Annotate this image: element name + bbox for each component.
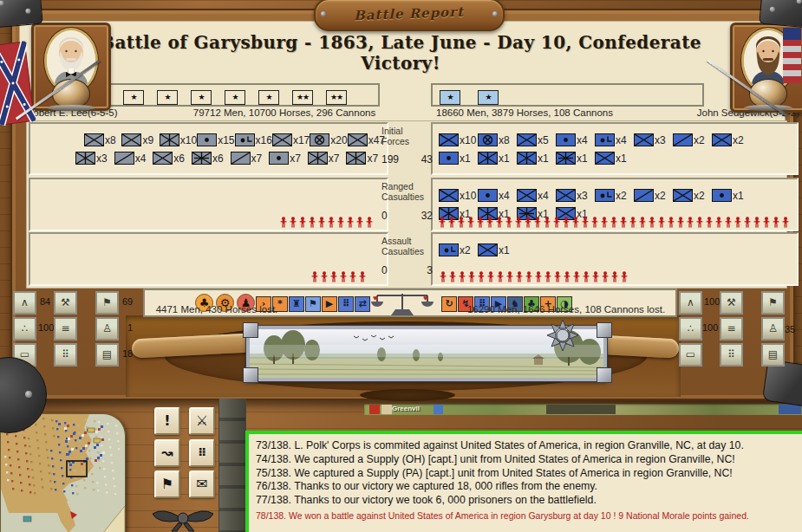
button-battle[interactable]: ⚔ (189, 407, 215, 435)
unit-icon-art: x1 (712, 189, 751, 202)
stat-tile-marching-usa: ⠿ (720, 343, 743, 367)
battle-title: Battle of Garysburg - 1863, Late June - … (61, 32, 740, 74)
csa-initial-count: 199 (381, 153, 399, 165)
unit-icon-art: x1 (439, 152, 478, 165)
unit-icon-led: x2 (595, 189, 634, 202)
casualty-figure (715, 217, 722, 228)
casualty-figure (337, 217, 344, 228)
casualty-figure (497, 271, 504, 282)
casualty-figure (478, 271, 485, 282)
log-line: 73/138. L. Polk' Corps is commited again… (256, 439, 802, 453)
casualty-figures-row (311, 271, 366, 282)
stat-tile-digger-csa: ⚒ (54, 291, 77, 315)
casualty-figure (440, 271, 447, 282)
status-icon: ♜ (289, 296, 304, 312)
casualty-figure (330, 271, 337, 282)
status-icon: ↻ (441, 296, 457, 312)
unit-icon-cav: x2 (634, 189, 673, 202)
battle-log[interactable]: 73/138. L. Polk' Corps is commited again… (245, 431, 802, 532)
assault-casualties-label-column: Assault Casualties 0 3 (380, 234, 434, 284)
stat-tile-runner-usa: ♙ (761, 317, 785, 341)
casualty-figure (620, 217, 627, 228)
casualty-figure (467, 217, 474, 228)
casualty-figure (763, 217, 770, 228)
button-alert[interactable]: ! (154, 407, 180, 435)
casualty-figure (309, 217, 316, 228)
button-units[interactable]: ⠿ (189, 439, 215, 467)
csa-command-rating-bar: ★★★★★★★★★ (106, 83, 380, 107)
rating-star-cell: ★★ (292, 90, 313, 105)
csa-cohesion-value: 84 (40, 296, 50, 307)
frame-corner-ornament (597, 367, 612, 383)
unit-icon-infv: x1 (478, 152, 517, 165)
stat-tile-tents-usa: ∧ (679, 291, 702, 315)
usa-ranged-casualties-panel: x10x4x4x3x2x2x2x1x1x1x1x1 (431, 178, 799, 231)
casualty-figure (458, 217, 465, 228)
casualty-figure (468, 271, 475, 282)
metal-corner-plate (759, 0, 802, 28)
casualty-figure (525, 271, 532, 282)
csa-rout-value: 1 (127, 322, 133, 333)
usa-ranged-count: 32 (421, 210, 433, 222)
unit-icon-art: x15 (197, 133, 234, 146)
status-icon: ⚑ (305, 296, 321, 312)
casualty-figure (563, 217, 570, 228)
usa-rout-value: 35 (785, 324, 795, 334)
unit-icon-inf: x2 (712, 133, 751, 146)
csa-morale-value: 69 (122, 296, 133, 307)
usa-assault-casualties-panel: x2x1 (431, 232, 799, 286)
eagle-carving (360, 389, 455, 401)
stat-tile-tents-csa: ∧ (13, 291, 36, 315)
unit-icon-infv: x10 (160, 133, 197, 146)
unit-icon-inf: x4 (517, 189, 556, 202)
casualty-figure (591, 217, 598, 228)
casualty-figure (439, 217, 446, 228)
usa-losses-text: 16290 Men, 1646 Horses, 108 Cannons lost… (459, 304, 674, 315)
button-move[interactable]: ↝ (154, 439, 180, 467)
log-highlight-line: 78/138. We won a battle against United S… (256, 509, 802, 522)
casualty-figure (649, 217, 655, 228)
frame-corner-ornament (597, 322, 612, 338)
unit-icon-star: x6 (192, 152, 231, 165)
unit-icon-inf: x1 (595, 152, 634, 165)
casualty-figure (734, 217, 741, 228)
usa-initial-forces-panel: x10x8x5x4x4x3x2x2x1x1x1x1x1 (431, 122, 799, 175)
casualty-figure (553, 217, 560, 228)
unit-icon-cav: x4 (114, 152, 153, 165)
unit-icon-art: x4 (478, 189, 517, 202)
casualty-figures-row (280, 217, 373, 228)
row-label: Ranged Casualties (381, 182, 433, 202)
unit-icon-hq: x20 (310, 133, 347, 146)
csa-ranged-casualties-panel (29, 178, 388, 231)
button-flag[interactable]: ⚑ (154, 470, 180, 498)
unit-icon-inf: x3 (556, 189, 595, 202)
map-strip-marker (381, 405, 392, 414)
casualty-figure (753, 217, 760, 228)
stat-tile-ammo-csa: ∴ (13, 317, 36, 341)
casualty-figure (611, 271, 618, 282)
battle-report-banner: Battle Report (314, 0, 505, 31)
unit-icon-infv: x3 (75, 152, 114, 165)
csa-losses-text: 4471 Men, 430 Horses lost. (148, 304, 285, 315)
casualty-figure (328, 217, 335, 228)
casualty-figure (601, 217, 608, 228)
unit-icon-led: x4 (595, 133, 634, 146)
usa-force-stats: 18660 Men, 3879 Horses, 108 Cannons (432, 107, 617, 118)
casualty-figure (725, 217, 732, 228)
usa-initial-count: 43 (421, 153, 433, 165)
losses-summary-bar: ♣⚙♟ ›*♜⚑▶⠿⇄ ♥ ♥ ↻↯⠿▶♞♣+◑ 4471 Men, 430 H… (143, 289, 677, 317)
button-message[interactable]: ✉ (189, 470, 215, 498)
casualty-figure (359, 271, 366, 282)
csa-force-stats: 79712 Men, 10700 Horses, 296 Cannons (192, 107, 376, 118)
casualty-figure (564, 271, 571, 282)
casualty-figure (658, 217, 665, 228)
svg-text:♥: ♥ (373, 294, 377, 302)
usa-cohesion-value: 100 (704, 296, 720, 307)
casualty-figure (321, 271, 328, 282)
unit-icon-inf: x2 (673, 189, 712, 202)
casualty-figure (610, 217, 617, 228)
stat-tile-runner-csa: ♙ (95, 317, 119, 341)
casualty-figure (299, 217, 306, 228)
casualty-figure (290, 217, 297, 228)
rating-star-cell: ★ (258, 90, 279, 105)
